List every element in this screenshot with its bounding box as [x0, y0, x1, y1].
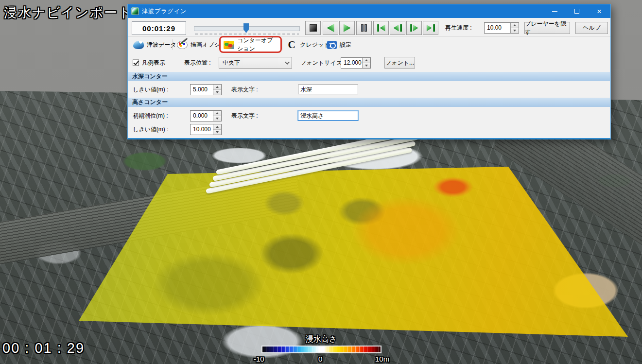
playback-time-display: 00:01:29	[132, 21, 186, 35]
skip-start-icon	[377, 24, 379, 32]
pause-icon	[361, 24, 364, 32]
height-threshold-spinner[interactable]: 10.000	[190, 124, 222, 135]
spin-down-button[interactable]	[213, 116, 221, 121]
timeline-ticks	[195, 34, 299, 35]
depth-section-header: 水深コンター	[128, 72, 610, 81]
play-icon	[344, 24, 351, 32]
map-legend: 浸水高さ -10 0 10m	[253, 334, 390, 364]
height-text-input[interactable]	[298, 111, 358, 121]
tab-label: 設定	[340, 41, 351, 49]
tab-separator	[173, 39, 173, 50]
spin-up-button[interactable]	[213, 85, 221, 89]
play-button[interactable]	[339, 21, 355, 35]
hud-time-readout: 00 : 01 : 29	[2, 340, 85, 356]
step-back-icon	[400, 24, 402, 32]
tsunami-plugin-window: 津波プラグイン × 00:01:29 再生速度 : 10.00 プレーヤーを隠す…	[127, 4, 611, 139]
arrow-up-icon	[513, 24, 516, 26]
close-icon: ×	[597, 7, 602, 16]
arrow-up-icon	[216, 112, 219, 114]
spin-up-button[interactable]	[363, 58, 370, 63]
arrow-up-icon	[216, 126, 219, 128]
spin-up-button[interactable]	[213, 124, 221, 129]
fontsize-spinner[interactable]: 12.000	[341, 57, 371, 69]
initial-tide-value: 0.000	[191, 111, 213, 121]
maximize-button[interactable]	[566, 4, 588, 18]
height-threshold-row: しきい値(m) : 10.000	[128, 123, 609, 136]
fontsize-value: 12.000	[341, 58, 362, 68]
depth-text-label: 表示文字 :	[231, 86, 258, 94]
legend-options-row: 凡例表示 表示位置 : 中央下 フォントサイズ : 12.000 フォント...	[128, 56, 609, 69]
map-viewport[interactable]: 浸水ナビインポート 00 : 01 : 29 浸水高さ -10 0 10m 津波…	[0, 0, 642, 364]
timeline-slider-thumb[interactable]	[243, 23, 249, 33]
initial-tide-spinner[interactable]: 0.000	[190, 110, 222, 121]
hide-player-button[interactable]: プレーヤーを隠す	[524, 22, 570, 34]
contour-icon	[224, 41, 234, 49]
depth-text-input[interactable]	[298, 85, 358, 94]
spin-down-button[interactable]	[213, 89, 221, 95]
help-button[interactable]: ヘルプ	[575, 22, 608, 34]
playback-speed-label: 再生速度 :	[445, 24, 472, 32]
legend-title: 浸水高さ	[253, 334, 390, 345]
credit-c-icon: C	[286, 41, 297, 49]
chevron-down-icon	[285, 60, 290, 65]
arrow-down-icon	[216, 91, 219, 93]
window-titlebar[interactable]: 津波プラグイン ×	[128, 4, 610, 18]
prev-button[interactable]	[323, 21, 338, 35]
depth-threshold-spinner[interactable]: 5.000	[190, 84, 222, 95]
pause-button[interactable]	[356, 21, 372, 35]
skip-end-icon	[427, 25, 432, 32]
minimize-icon	[552, 11, 557, 12]
gear-icon	[327, 41, 337, 49]
tsunami-app-icon	[131, 7, 139, 15]
arrow-up-icon	[216, 86, 219, 88]
spin-down-button[interactable]	[511, 28, 519, 33]
fontsize-label: フォントサイズ :	[300, 59, 346, 67]
legend-gradient-bar	[261, 346, 382, 353]
height-tide-row: 初期潮位(m) : 0.000 表示文字 :	[128, 109, 609, 122]
skip-end-button[interactable]	[423, 21, 438, 35]
tab-tsunami-data[interactable]: 津波データ	[131, 38, 179, 52]
spin-up-button[interactable]	[511, 23, 519, 28]
step-back-icon	[394, 25, 399, 32]
arrow-up-icon	[365, 59, 368, 61]
playback-speed-value: 10.00	[485, 23, 510, 33]
skip-start-icon	[380, 25, 385, 32]
height-section-header: 高さコンター	[128, 98, 610, 107]
pause-icon	[364, 24, 367, 32]
arrow-down-icon	[365, 65, 368, 67]
depth-threshold-label: しきい値(m) :	[133, 86, 169, 94]
spin-down-button[interactable]	[363, 63, 370, 68]
wave-icon	[133, 41, 144, 49]
step-back-button[interactable]	[390, 21, 405, 35]
position-dropdown[interactable]: 中央下	[219, 57, 292, 69]
legend-display-checkbox[interactable]	[133, 60, 139, 66]
height-threshold-label: しきい値(m) :	[133, 125, 169, 134]
playback-speed-spinner[interactable]: 10.00	[484, 22, 519, 34]
stop-icon	[310, 24, 317, 32]
spin-up-button[interactable]	[213, 111, 221, 116]
depth-threshold-value: 5.000	[191, 85, 213, 95]
height-text-label: 表示文字 :	[231, 112, 258, 120]
stop-button[interactable]	[305, 21, 321, 35]
legend-min-label: -10	[254, 355, 264, 363]
minimize-button[interactable]	[543, 4, 566, 18]
tab-contour-options[interactable]: コンターオプション	[221, 38, 280, 52]
position-value: 中央下	[223, 59, 240, 67]
maximize-icon	[574, 9, 579, 14]
legend-max-label: 10m	[375, 355, 389, 363]
palette-icon	[177, 41, 188, 49]
skip-end-icon	[433, 24, 435, 32]
tab-settings[interactable]: 設定	[325, 38, 354, 52]
initial-tide-label: 初期潮位(m) :	[133, 112, 168, 120]
spin-down-button[interactable]	[213, 129, 221, 135]
hud-title: 浸水ナビインポート	[4, 4, 133, 21]
font-button[interactable]: フォント...	[384, 57, 415, 69]
arrow-down-icon	[216, 118, 219, 120]
step-forward-button[interactable]	[406, 21, 422, 35]
close-button[interactable]: ×	[588, 4, 610, 18]
prev-icon	[327, 24, 334, 32]
tab-separator	[282, 39, 282, 50]
skip-start-button[interactable]	[373, 21, 389, 35]
window-title: 津波プラグイン	[142, 7, 543, 16]
tab-label: 津波データ	[147, 41, 176, 49]
